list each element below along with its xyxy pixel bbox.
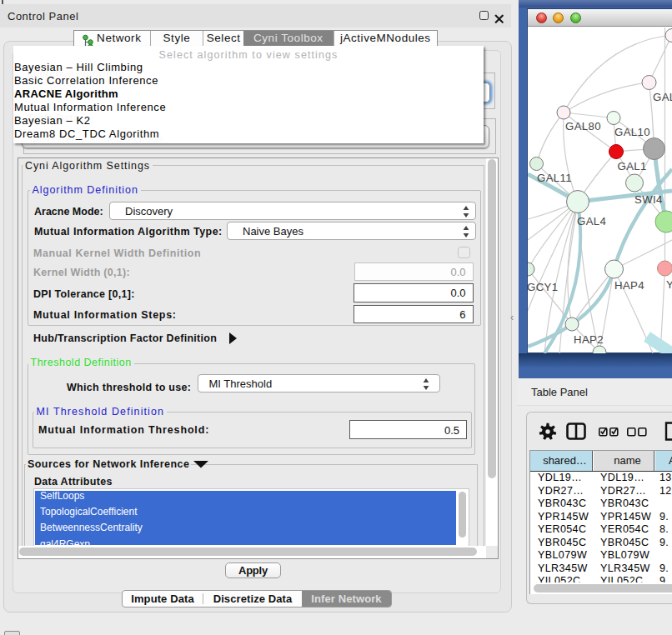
svg-text:HAP2: HAP2 — [574, 333, 604, 346]
svg-text:SWI4: SWI4 — [634, 193, 663, 206]
svg-text:GAL11: GAL11 — [537, 172, 572, 184]
svg-text:Y: Y — [666, 278, 672, 291]
svg-text:GAL80: GAL80 — [565, 120, 601, 132]
svg-text:GAL1: GAL1 — [618, 160, 647, 172]
svg-text:GAL10: GAL10 — [614, 126, 650, 138]
svg-text:HAP4: HAP4 — [614, 279, 644, 292]
svg-text:GAL7: GAL7 — [653, 91, 672, 103]
svg-text:GCY1: GCY1 — [528, 281, 559, 293]
svg-text:GAL4: GAL4 — [577, 215, 606, 228]
